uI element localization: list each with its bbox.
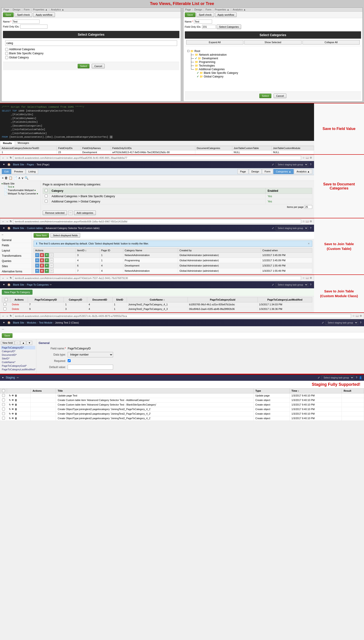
browser3-more-icon[interactable]: ⚙: [310, 277, 312, 279]
kc2-back-arrow[interactable]: ←: [1, 233, 4, 236]
staging-row4-cb[interactable]: [2, 408, 5, 411]
browser2-bookmark-icon[interactable]: 📖: [306, 220, 309, 223]
kc1-file-icon[interactable]: 📄: [14, 176, 17, 180]
left-search-input[interactable]: [5, 41, 177, 46]
mod-field-modified[interactable]: PageToCategoryLastModified*: [1, 368, 35, 371]
expand-all-button[interactable]: Expand All: [186, 40, 244, 45]
mod-save-button[interactable]: Save: [2, 333, 12, 338]
browser3-forward[interactable]: →: [6, 277, 8, 279]
left-cancel-button[interactable]: Cancel: [92, 64, 104, 68]
browser1-more-icon[interactable]: ⚙: [310, 156, 312, 159]
tab-categories[interactable]: Categories ▲: [274, 169, 294, 174]
kc1-expand-icon[interactable]: ⤢: [272, 163, 274, 166]
right-name-input[interactable]: [194, 20, 212, 24]
kc4-test-module-link[interactable]: Test Module: [39, 321, 52, 324]
browser4-url[interactable]: kentico9.avastonetest.com/Admin/cmsadmin…: [13, 314, 351, 318]
ptc-select-all-cb[interactable]: [5, 298, 8, 301]
kc4-expand-icon[interactable]: ⤢: [322, 321, 324, 324]
kc4-home-icon[interactable]: 🏠: [7, 321, 11, 324]
kc3-help-icon[interactable]: ?: [310, 283, 311, 286]
staging-row6-eye-icon[interactable]: 👁: [12, 417, 14, 420]
cat-row1-cb[interactable]: [45, 195, 48, 197]
right-field-only-ids-input[interactable]: [202, 25, 216, 29]
mod-default-input[interactable]: [68, 365, 113, 370]
ct-row4-del-icon[interactable]: 🗑: [40, 269, 44, 273]
browser1-star-icon[interactable]: ☆: [302, 156, 305, 159]
tab-design[interactable]: Design: [249, 169, 262, 174]
cat-select-all-cb[interactable]: [45, 189, 48, 192]
right-cancel-button[interactable]: Cancel: [274, 94, 286, 98]
staging-row6-refresh-icon[interactable]: ↻: [9, 417, 11, 420]
mod-field-documentid[interactable]: DocumentID*: [1, 353, 35, 357]
browser3-back[interactable]: ←: [2, 277, 4, 279]
staging-row2-refresh-icon[interactable]: ↻: [9, 399, 11, 401]
sidebar-fields[interactable]: Fields: [0, 243, 32, 248]
mod-more-button[interactable]: ···: [15, 341, 20, 345]
kc4-help-icon[interactable]: ?: [360, 321, 361, 324]
staging-row3-cb[interactable]: [2, 403, 5, 406]
sidebar-layout[interactable]: Layout: [0, 248, 32, 253]
sidebar-queries[interactable]: Queries: [0, 259, 32, 264]
browser4-back[interactable]: ←: [2, 315, 4, 317]
kc1-up-icon[interactable]: ∧: [18, 176, 20, 180]
transformable-label[interactable]: Transformable Webpart: [8, 189, 34, 192]
left-apply-workflow-button[interactable]: Apply workflow: [33, 13, 55, 17]
kc4-modules-link[interactable]: Modules: [27, 321, 36, 324]
name-input[interactable]: [12, 20, 40, 24]
left-check-global-cb[interactable]: [5, 56, 8, 59]
browser4-bookmark-icon[interactable]: 📖: [356, 314, 359, 317]
staging-row2-del-icon[interactable]: 🗑: [15, 399, 17, 401]
staging-help-icon[interactable]: ?: [356, 376, 357, 379]
tab-edit[interactable]: Edit: [2, 169, 11, 174]
left-nav-analytics[interactable]: Analytics ▲: [51, 8, 64, 11]
right-nav-page[interactable]: Page: [185, 8, 191, 11]
ptc-row1-cb[interactable]: [4, 303, 6, 306]
kc1-site-link[interactable]: Blank Site: [13, 163, 24, 166]
kc2-staging-select[interactable]: Select staging task group: [276, 226, 308, 230]
left-save-button[interactable]: Save: [3, 13, 14, 17]
ct-row2-del-icon[interactable]: 🗑: [40, 258, 44, 262]
ct-row4-more-icon[interactable]: ···: [50, 269, 54, 273]
kc1-copy-icon[interactable]: 📋: [9, 176, 12, 180]
browser3-url[interactable]: kentico9.avastonetest.com/Admin/cmsadmin…: [13, 276, 301, 280]
left-nav-properties[interactable]: Properties ▲: [33, 8, 48, 11]
kc2-home-icon[interactable]: 🏠: [7, 227, 11, 230]
staging-row6-del-icon[interactable]: 🗑: [15, 417, 17, 420]
mod-new-field-button[interactable]: New field: [1, 341, 14, 345]
left-check-blank-cb[interactable]: [5, 52, 8, 55]
staging-user-icon[interactable]: 👤: [359, 376, 362, 379]
add-categories-button[interactable]: Add categories: [74, 211, 96, 215]
staging-row1-cb[interactable]: [2, 394, 5, 397]
ct-row3-edit-icon[interactable]: ✏: [35, 264, 39, 268]
browser4-star-icon[interactable]: ☆: [352, 314, 355, 317]
left-check-additional-cb[interactable]: [5, 48, 8, 51]
browser1-forward[interactable]: →: [6, 157, 8, 159]
tab-page[interactable]: Page: [238, 169, 248, 174]
ct-row3-more-icon[interactable]: ···: [50, 264, 54, 268]
kc4-staging-select[interactable]: Select staging task group: [326, 321, 358, 325]
tab-form[interactable]: Form: [262, 169, 273, 174]
mod-datatype-select[interactable]: Integer number: [68, 352, 113, 357]
staging-row3-refresh-icon[interactable]: ↻: [9, 403, 11, 406]
browser4-forward[interactable]: →: [6, 315, 8, 317]
mod-up-button[interactable]: ▲: [20, 341, 26, 345]
mod-field-siteid[interactable]: SiteID*: [1, 357, 35, 360]
ct-row4-eye-icon[interactable]: 👁: [45, 269, 49, 273]
browser2-forward[interactable]: →: [6, 220, 8, 223]
browser1-bookmark-icon[interactable]: 📖: [306, 156, 309, 159]
left-nav-design[interactable]: Design: [13, 8, 20, 11]
staging-edit-icon[interactable]: ✏: [17, 376, 19, 379]
right-nav-analytics[interactable]: Analytics ▲: [233, 8, 246, 11]
browser2-url[interactable]: kentico9.avastonetest.com/Admin/cmsadmin…: [13, 220, 301, 224]
new-page-to-category-button[interactable]: New Page To Category: [2, 290, 32, 295]
staging-row4-refresh-icon[interactable]: ↻: [9, 408, 11, 411]
kc4-site-link[interactable]: Blank Site: [13, 321, 24, 324]
kc3-expand-icon[interactable]: ⤢: [272, 283, 274, 286]
results-tab-results[interactable]: Results: [0, 141, 15, 146]
ct-row2-edit-icon[interactable]: ✏: [35, 258, 39, 262]
staging-row5-del-icon[interactable]: 🗑: [15, 412, 17, 415]
results-tab-messages[interactable]: Messages: [15, 141, 32, 146]
staging-row3-del-icon[interactable]: 🗑: [15, 403, 17, 406]
show-selected-button[interactable]: Show Selected: [244, 40, 302, 45]
staging-row6-cb[interactable]: [2, 417, 5, 420]
